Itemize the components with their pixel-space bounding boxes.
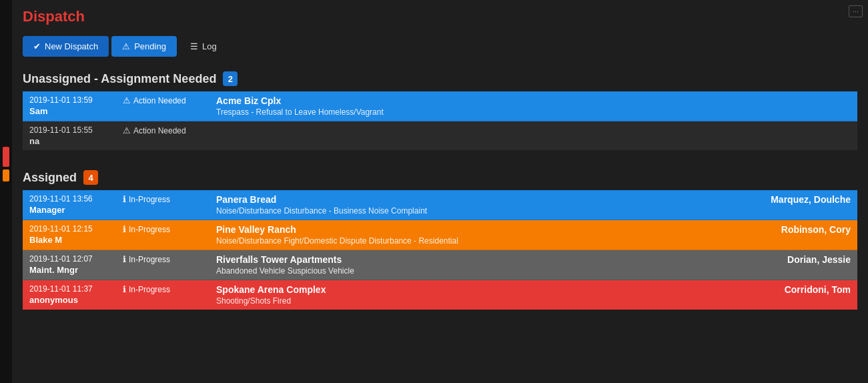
status-label: ℹIn-Progress <box>123 224 203 234</box>
location-name: Acme Biz Cplx <box>216 95 731 106</box>
cell-officer: Dorian, Jessie <box>737 250 857 280</box>
cell-datetime: 2019-11-01 11:37anonymous <box>23 280 116 310</box>
cell-datetime: 2019-11-01 15:55na <box>23 121 116 151</box>
datetime-user: Sam <box>29 106 109 116</box>
status-icon: ℹ <box>123 224 126 234</box>
location-name: Panera Bread <box>216 194 731 205</box>
location-detail: Noise/Disturbance Disturbance - Business… <box>216 206 731 216</box>
pending-button[interactable]: ⚠ Pending <box>111 36 177 57</box>
datetime-user: anonymous <box>29 295 109 305</box>
datetime-user: na <box>29 136 109 146</box>
main-content: Dispatch ✔ New Dispatch ⚠ Pending ☰ Log … <box>12 0 868 326</box>
datetime-top: 2019-11-01 15:55 <box>29 125 109 135</box>
assigned-table: 2019-11-01 13:56ManagerℹIn-ProgressPaner… <box>23 190 857 310</box>
assigned-section-header: Assigned 4 <box>23 170 857 185</box>
cell-location <box>209 121 737 151</box>
new-dispatch-button[interactable]: ✔ New Dispatch <box>23 36 109 57</box>
location-detail: Trespass - Refusal to Leave Homeless/Vag… <box>216 107 731 117</box>
datetime-user: Maint. Mngr <box>29 265 109 275</box>
location-name: Spokane Arena Complex <box>216 284 731 295</box>
location-name: Pine Valley Ranch <box>216 224 731 235</box>
pending-icon: ⚠ <box>122 41 130 51</box>
cell-status: ⚠Action Needed <box>116 91 209 121</box>
cell-officer <box>737 121 857 151</box>
officer-name: Corridoni, Tom <box>785 284 851 295</box>
toolbar: ✔ New Dispatch ⚠ Pending ☰ Log <box>23 36 857 57</box>
unassigned-badge: 2 <box>223 71 238 86</box>
table-row[interactable]: 2019-11-01 11:37anonymousℹIn-ProgressSpo… <box>23 280 857 310</box>
cell-location: Acme Biz CplxTrespass - Refusal to Leave… <box>209 91 737 121</box>
assigned-badge: 4 <box>83 170 98 185</box>
app-title: Dispatch <box>23 8 857 25</box>
log-label: Log <box>202 41 217 51</box>
cell-location: Spokane Arena ComplexShooting/Shots Fire… <box>209 280 737 310</box>
pending-label: Pending <box>134 41 166 51</box>
cell-location: Riverfalls Tower ApartmentsAbandoned Veh… <box>209 250 737 280</box>
officer-name: Dorian, Jessie <box>787 254 851 265</box>
new-dispatch-icon: ✔ <box>33 41 41 51</box>
status-icon: ℹ <box>123 194 126 204</box>
datetime-top: 2019-11-01 12:15 <box>29 224 109 234</box>
status-label: ℹIn-Progress <box>123 194 203 204</box>
table-row[interactable]: 2019-11-01 12:07Maint. MngrℹIn-ProgressR… <box>23 250 857 280</box>
location-name: Riverfalls Tower Apartments <box>216 254 731 265</box>
status-icon: ⚠ <box>123 95 131 105</box>
cell-status: ℹIn-Progress <box>116 220 209 250</box>
cell-status: ⚠Action Needed <box>116 121 209 151</box>
datetime-top: 2019-11-01 11:37 <box>29 284 109 294</box>
sidebar-indicator-red <box>3 147 9 167</box>
cell-officer: Robinson, Cory <box>737 220 857 250</box>
cell-status: ℹIn-Progress <box>116 250 209 280</box>
cell-officer: Marquez, Doulche <box>737 190 857 220</box>
log-button[interactable]: ☰ Log <box>179 36 228 57</box>
status-label: ⚠Action Needed <box>123 95 203 105</box>
cell-status: ℹIn-Progress <box>116 190 209 220</box>
status-icon: ℹ <box>123 284 126 294</box>
location-detail: Shooting/Shots Fired <box>216 296 731 306</box>
cell-datetime: 2019-11-01 12:15Blake M <box>23 220 116 250</box>
unassigned-table: 2019-11-01 13:59Sam⚠Action NeededAcme Bi… <box>23 91 857 150</box>
datetime-top: 2019-11-01 13:59 <box>29 95 109 105</box>
datetime-top: 2019-11-01 12:07 <box>29 254 109 264</box>
status-label: ℹIn-Progress <box>123 254 203 264</box>
datetime-top: 2019-11-01 13:56 <box>29 194 109 204</box>
cell-datetime: 2019-11-01 13:56Manager <box>23 190 116 220</box>
location-detail: Abandoned Vehicle Suspicious Vehicle <box>216 266 731 276</box>
location-detail: Noise/Disturbance Fight/Domestic Dispute… <box>216 236 731 246</box>
sidebar-indicator-orange <box>3 169 9 181</box>
table-row[interactable]: 2019-11-01 13:56ManagerℹIn-ProgressPaner… <box>23 190 857 220</box>
unassigned-section-header: Unassigned - Assignment Needed 2 <box>23 71 857 86</box>
cell-status: ℹIn-Progress <box>116 280 209 310</box>
status-icon: ℹ <box>123 254 126 264</box>
officer-name: Robinson, Cory <box>781 224 851 235</box>
sidebar <box>0 0 12 383</box>
officer-name: Marquez, Doulche <box>771 194 851 205</box>
table-row[interactable]: 2019-11-01 12:15Blake MℹIn-ProgressPine … <box>23 220 857 250</box>
cell-location: Pine Valley RanchNoise/Disturbance Fight… <box>209 220 737 250</box>
top-right-menu[interactable]: ··· <box>849 5 863 17</box>
log-icon: ☰ <box>190 41 198 51</box>
cell-location: Panera BreadNoise/Disturbance Disturbanc… <box>209 190 737 220</box>
datetime-user: Manager <box>29 205 109 215</box>
datetime-user: Blake M <box>29 235 109 245</box>
cell-datetime: 2019-11-01 13:59Sam <box>23 91 116 121</box>
table-row[interactable]: 2019-11-01 15:55na⚠Action Needed <box>23 121 857 151</box>
cell-officer <box>737 91 857 121</box>
cell-officer: Corridoni, Tom <box>737 280 857 310</box>
assigned-title: Assigned <box>23 171 77 185</box>
status-icon: ⚠ <box>123 125 131 135</box>
status-label: ℹIn-Progress <box>123 284 203 294</box>
unassigned-title: Unassigned - Assignment Needed <box>23 72 216 86</box>
table-row[interactable]: 2019-11-01 13:59Sam⚠Action NeededAcme Bi… <box>23 91 857 121</box>
cell-datetime: 2019-11-01 12:07Maint. Mngr <box>23 250 116 280</box>
status-label: ⚠Action Needed <box>123 125 203 135</box>
new-dispatch-label: New Dispatch <box>45 41 98 51</box>
